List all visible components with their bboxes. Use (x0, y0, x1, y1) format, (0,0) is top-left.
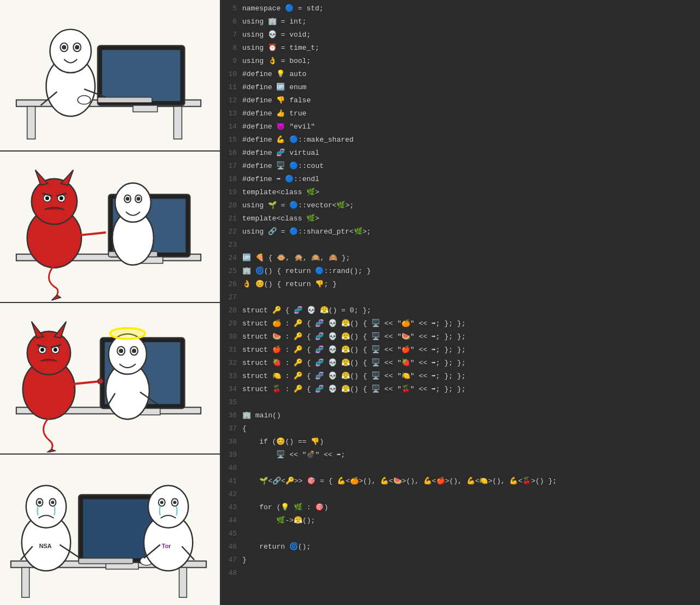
svg-point-46 (112, 329, 143, 338)
code-line: 44 🌿->😤(); (221, 514, 700, 527)
svg-point-24 (126, 196, 130, 200)
svg-text:Tor: Tor (162, 542, 172, 549)
line-content: 🖥️ << "💣" << ➡️; (242, 449, 700, 461)
svg-marker-30 (61, 170, 73, 185)
svg-rect-2 (174, 106, 182, 139)
line-number: 41 (221, 475, 242, 487)
line-number: 45 (221, 528, 242, 540)
line-number: 15 (221, 134, 242, 146)
line-content: struct 🍋 : 🔑 { 🧬 💀 😤() { 🖥️ << "🍋" << ➡️… (242, 370, 700, 382)
line-content: 🌿->😤(); (242, 515, 700, 527)
svg-point-54 (27, 331, 71, 374)
line-content: struct 🍓 : 🔑 { 🧬 💀 😤() { 🖥️ << "🍓" << ➡️… (242, 357, 700, 369)
svg-marker-38 (51, 295, 61, 300)
line-content: #define 💡 auto (242, 68, 700, 80)
code-editor: 5namespace 🔵 = std;6using 🏢 = int;7using… (221, 0, 700, 605)
line-number: 28 (221, 305, 242, 317)
code-line: 29struct 🍊 : 🔑 { 🧬 💀 😤() { 🖥️ << "🍊" << … (221, 317, 700, 330)
line-number: 47 (221, 554, 242, 566)
line-number: 34 (221, 383, 242, 395)
code-line: 25🏢 🌀() { return 🔵::rand(); } (221, 265, 700, 278)
line-content: 🌱<🔗<🔑>> 🎯 = { 💪<🍊>(), 💪<🍉>(), 💪<🍎>(), 💪<… (242, 475, 700, 487)
code-line: 26👌 😊() { return 👎; } (221, 278, 700, 291)
svg-point-22 (115, 183, 151, 222)
code-line: 12#define 👎 false (221, 94, 700, 107)
line-number: 21 (221, 213, 242, 225)
line-number: 25 (221, 265, 242, 277)
comic-panel-1 (0, 0, 220, 152)
code-line: 43 for (💡 🌿 : 🎯) (221, 501, 700, 514)
code-line: 42 (221, 488, 700, 501)
line-content: struct 🔑 { 🧬 💀 😤() = 0; }; (242, 305, 700, 317)
code-line: 38 if (😊() == 👎) (221, 435, 700, 449)
svg-point-28 (32, 178, 77, 224)
line-number: 48 (221, 567, 242, 579)
code-line: 39 🖥️ << "💣" << ➡️; (221, 449, 700, 462)
line-content: using 🔗 = 🔵::shared_ptr<🌿>; (242, 226, 700, 238)
svg-point-10 (62, 45, 66, 49)
line-content: return 🌀(); (242, 541, 700, 553)
line-number: 6 (221, 16, 242, 28)
line-number: 16 (221, 147, 242, 159)
line-number: 32 (221, 357, 242, 369)
svg-rect-4 (102, 50, 180, 101)
code-line: 28struct 🔑 { 🧬 💀 😤() = 0; }; (221, 304, 700, 317)
line-content: #define 👍 true (242, 108, 700, 120)
code-line: 8using ⏰ = time_t; (221, 42, 700, 55)
line-content: using ⏰ = time_t; (242, 42, 700, 54)
code-line: 18#define ➡️ 🔵::endl (221, 173, 700, 186)
svg-point-87 (160, 501, 164, 504)
code-line: 47} (221, 554, 700, 567)
code-line: 23 (221, 238, 700, 252)
svg-point-60 (54, 347, 57, 351)
comic-panel-2 (0, 152, 220, 303)
code-line: 40 (221, 462, 700, 475)
line-number: 35 (221, 397, 242, 409)
svg-rect-68 (179, 567, 187, 597)
svg-rect-72 (79, 558, 133, 563)
svg-point-15 (78, 95, 91, 104)
svg-marker-55 (32, 321, 44, 338)
svg-marker-29 (36, 170, 48, 185)
line-number: 38 (221, 436, 242, 448)
svg-marker-56 (54, 321, 66, 338)
line-number: 11 (221, 82, 242, 94)
line-number: 10 (221, 68, 242, 80)
svg-point-26 (137, 196, 141, 200)
svg-point-80 (51, 501, 54, 504)
line-number: 46 (221, 541, 242, 553)
line-number: 7 (221, 29, 242, 41)
line-content: struct 🍎 : 🔑 { 🧬 💀 😤() { 🖥️ << "🍎" << ➡️… (242, 344, 700, 356)
line-content: #define 🖥️ 🔵::cout (242, 160, 700, 172)
line-number: 44 (221, 515, 242, 527)
svg-line-37 (80, 232, 106, 235)
code-line: 31struct 🍎 : 🔑 { 🧬 💀 😤() { 🖥️ << "🍎" << … (221, 344, 700, 357)
line-number: 19 (221, 187, 242, 199)
svg-point-50 (132, 348, 136, 353)
svg-rect-5 (133, 105, 158, 112)
code-line: 32struct 🍓 : 🔑 { 🧬 💀 😤() { 🖥️ << "🍓" << … (221, 357, 700, 370)
line-number: 29 (221, 318, 242, 330)
line-number: 39 (221, 449, 242, 461)
code-line: 17#define 🖥️ 🔵::cout (221, 160, 700, 173)
line-content: { (242, 423, 700, 435)
code-line: 30struct 🍉 : 🔑 { 🧬 💀 😤() { 🖥️ << "🍉" << … (221, 330, 700, 344)
svg-point-58 (40, 347, 44, 351)
line-content: 🆙 🍕 { 🐵, 🙊, 🙉, 🙈 }; (242, 252, 700, 264)
code-line: 48 (221, 567, 700, 580)
code-line: 9using 👌 = bool; (221, 55, 700, 68)
line-content: using 🌱 = 🔵::vector<🌿>; (242, 200, 700, 212)
svg-text:NSA: NSA (39, 542, 51, 549)
line-number: 31 (221, 344, 242, 356)
line-content: } (242, 554, 700, 566)
line-content: #define 😈 "evil" (242, 121, 700, 133)
svg-rect-1 (27, 106, 36, 139)
svg-rect-6 (98, 97, 152, 102)
line-content: 🏢 🌀() { return 🔵::rand(); } (242, 265, 700, 277)
svg-point-32 (45, 196, 49, 200)
line-content: 👌 😊() { return 👎; } (242, 278, 700, 290)
svg-point-64 (98, 379, 103, 384)
code-line: 7using 💀 = void; (221, 28, 700, 42)
line-content: #define 💪 🔵::make_shared (242, 134, 700, 146)
line-number: 30 (221, 331, 242, 343)
